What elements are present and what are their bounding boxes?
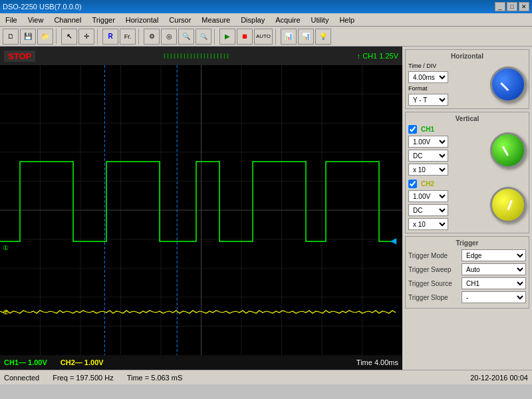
status-connected: Connected bbox=[4, 374, 39, 382]
trigger-source-label: Trigger Source bbox=[408, 280, 462, 287]
ch1-volts-row: 1.00V 100mV 500mV bbox=[408, 136, 486, 148]
menu-item-view[interactable]: View bbox=[23, 13, 49, 26]
run-button[interactable]: R bbox=[102, 29, 118, 45]
format-select-row: Y - T X - Y bbox=[408, 94, 486, 106]
ch1-enable-row: CH1 bbox=[408, 125, 486, 134]
scope-canvas[interactable]: ① ② ◀ bbox=[0, 65, 402, 355]
menu-item-acquire[interactable]: Acquire bbox=[270, 13, 305, 26]
trigger-mode-select[interactable]: Edge Pulse Video bbox=[462, 249, 526, 261]
svg-text:②: ② bbox=[3, 309, 9, 316]
menu-item-cursor[interactable]: Cursor bbox=[164, 13, 196, 26]
ch1-knob[interactable] bbox=[490, 132, 526, 168]
maximize-button[interactable]: □ bbox=[507, 2, 517, 11]
ch2-probe-select[interactable]: x 10 x 1 x 100 bbox=[408, 218, 448, 230]
menu-item-trigger[interactable]: Trigger bbox=[86, 13, 120, 26]
ch1-probe-row: x 10 x 1 x 100 bbox=[408, 164, 486, 176]
display-button[interactable]: 📊 bbox=[298, 29, 314, 45]
horizontal-title: Horizontal bbox=[408, 53, 526, 60]
menu-item-measure[interactable]: Measure bbox=[196, 13, 235, 26]
cursor-normal-button[interactable]: ↖ bbox=[61, 29, 77, 45]
ch1-coupling-select[interactable]: DC AC GND bbox=[408, 150, 448, 162]
toolbar-sep-4 bbox=[214, 29, 217, 45]
trigger-source-select[interactable]: CH1 CH2 EXT bbox=[462, 277, 526, 289]
menu-item-horizontal[interactable]: Horizontal bbox=[120, 13, 164, 26]
scope-grid: ① ② ◀ bbox=[0, 65, 402, 355]
utility-button[interactable]: 💡 bbox=[315, 29, 331, 45]
scope-area: STOP ⌇⌇⌇⌇⌇⌇⌇⌇⌇⌇⌇⌇⌇⌇⌇⌇⌇⌇⌇⌇ ↑ CH1 1.25V bbox=[0, 47, 402, 370]
ch2-volts-select[interactable]: 1.00V 100mV 500mV bbox=[408, 190, 448, 202]
ch2-row: CH2 1.00V 100mV 500mV DC AC GND bbox=[408, 180, 526, 230]
format-select[interactable]: Y - T X - Y bbox=[408, 94, 448, 106]
open-button[interactable]: 📁 bbox=[37, 29, 53, 45]
close-button[interactable]: ✕ bbox=[519, 2, 529, 11]
ch2-checkbox[interactable] bbox=[408, 180, 417, 188]
zoom-in-button[interactable]: 🔍 bbox=[178, 29, 194, 45]
ch2-probe-row: x 10 x 1 x 100 bbox=[408, 218, 486, 230]
menu-item-channel[interactable]: Channel bbox=[49, 13, 86, 26]
ch2-controls: CH2 1.00V 100mV 500mV DC AC GND bbox=[408, 180, 486, 230]
window-controls[interactable]: _ □ ✕ bbox=[495, 2, 529, 11]
cursor-cross-button[interactable]: ✛ bbox=[78, 29, 94, 45]
svg-text:◀: ◀ bbox=[390, 236, 397, 245]
trigger-title: Trigger bbox=[408, 239, 526, 247]
status-time: Time = 5.063 mS bbox=[127, 374, 183, 382]
zoom-out-button[interactable]: 🔍 bbox=[196, 29, 211, 45]
ch2-volts-row: 1.00V 100mV 500mV bbox=[408, 190, 486, 202]
trigger-slope-label: Trigger Slope bbox=[408, 294, 462, 301]
trigger-mode-row: Trigger Mode Edge Pulse Video bbox=[408, 249, 526, 261]
trigger-sweep-label: Trigger Sweep bbox=[408, 266, 462, 273]
ch2-label: CH2 bbox=[421, 180, 434, 188]
time-div-row: Time / DIV bbox=[408, 63, 486, 69]
vertical-title: Vertical bbox=[408, 115, 526, 122]
trigger-slope-select[interactable]: - + bbox=[462, 291, 526, 303]
vertical-section: Vertical CH1 1.00V 100mV 500mV bbox=[405, 112, 529, 233]
stop-button[interactable]: ⏹ bbox=[237, 29, 253, 45]
horizontal-controls: Time / DIV 4.00ms 1.00ms 2.00ms 8.00ms F… bbox=[408, 63, 486, 106]
trigger-sweep-select[interactable]: Auto Normal Single bbox=[462, 263, 526, 275]
menu-item-file[interactable]: File bbox=[0, 13, 23, 26]
ch2-status: CH2— 1.00V bbox=[61, 358, 104, 366]
trigger-mode-label: Trigger Mode bbox=[408, 252, 462, 259]
format-label: Format bbox=[408, 85, 442, 92]
menu-item-utility[interactable]: Utility bbox=[306, 13, 334, 26]
trigger-section: Trigger Trigger Mode Edge Pulse Video Tr… bbox=[405, 236, 529, 309]
ch2-coupling-row: DC AC GND bbox=[408, 204, 486, 216]
title-text: DSO-2250 USB(7.0.0.0) bbox=[3, 3, 82, 11]
freq-button[interactable]: Fr. bbox=[120, 29, 136, 45]
new-button[interactable]: 🗋 bbox=[3, 29, 19, 45]
ch1-controls: CH1 1.00V 100mV 500mV DC AC GND bbox=[408, 125, 486, 176]
time-div-label: Time / DIV bbox=[408, 63, 442, 69]
stop-label: STOP bbox=[4, 51, 35, 62]
toolbar-sep-2 bbox=[97, 29, 100, 45]
waveform-preview: ⌇⌇⌇⌇⌇⌇⌇⌇⌇⌇⌇⌇⌇⌇⌇⌇⌇⌇⌇⌇ bbox=[163, 53, 229, 60]
ch2-knob[interactable] bbox=[490, 187, 526, 223]
time-div-select[interactable]: 4.00ms 1.00ms 2.00ms 8.00ms bbox=[408, 71, 448, 83]
ch1-volts-select[interactable]: 1.00V 100mV 500mV bbox=[408, 136, 448, 148]
save-button[interactable]: 💾 bbox=[20, 29, 36, 45]
record-button[interactable]: ◎ bbox=[161, 29, 177, 45]
ch1-row: CH1 1.00V 100mV 500mV DC AC GND bbox=[408, 125, 526, 176]
titlebar: DSO-2250 USB(7.0.0.0) _ □ ✕ bbox=[0, 0, 532, 13]
ch2-coupling-select[interactable]: DC AC GND bbox=[408, 204, 448, 216]
horizontal-knob[interactable] bbox=[490, 66, 526, 102]
play-button[interactable]: ▶ bbox=[219, 29, 235, 45]
scope-footer: CH1— 1.00V CH2— 1.00V Time 4.00ms bbox=[0, 355, 402, 370]
toolbar-sep-3 bbox=[138, 29, 141, 45]
ch1-status: CH1— 1.00V bbox=[4, 358, 47, 366]
settings-button[interactable]: ⚙ bbox=[144, 29, 160, 45]
ch1-checkbox[interactable] bbox=[408, 125, 417, 134]
measure-button[interactable]: 📊 bbox=[281, 29, 297, 45]
toolbar-sep-5 bbox=[275, 29, 278, 45]
menubar: FileViewChannelTriggerHorizontalCursorMe… bbox=[0, 13, 532, 27]
trigger-source-row: Trigger Source CH1 CH2 EXT bbox=[408, 277, 526, 289]
ch1-probe-select[interactable]: x 10 x 1 x 100 bbox=[408, 164, 448, 176]
minimize-button[interactable]: _ bbox=[495, 2, 505, 11]
statusbar: Connected Freq = 197.500 Hz Time = 5.063… bbox=[0, 370, 532, 384]
scope-header: STOP ⌇⌇⌇⌇⌇⌇⌇⌇⌇⌇⌇⌇⌇⌇⌇⌇⌇⌇⌇⌇ ↑ CH1 1.25V bbox=[0, 47, 402, 65]
toolbar: 🗋 💾 📁 ↖ ✛ R Fr. ⚙ ◎ 🔍 🔍 ▶ ⏹ AUTO 📊 📊 💡 bbox=[0, 27, 532, 47]
auto-button[interactable]: AUTO bbox=[254, 29, 273, 45]
trigger-info: ↑ CH1 1.25V bbox=[357, 52, 398, 60]
menu-item-display[interactable]: Display bbox=[235, 13, 270, 26]
trigger-slope-row: Trigger Slope - + bbox=[408, 291, 526, 303]
menu-item-help[interactable]: Help bbox=[334, 13, 360, 26]
